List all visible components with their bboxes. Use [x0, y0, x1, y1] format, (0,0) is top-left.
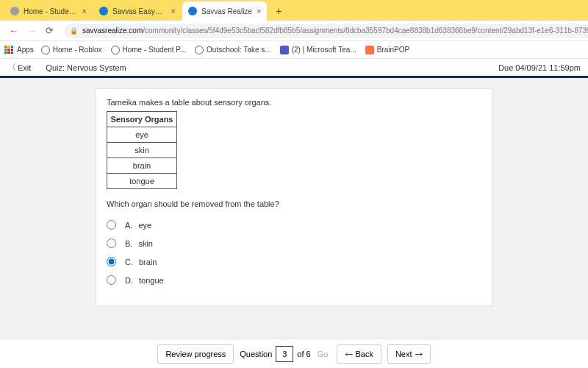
- tab-label: Savvas Realize: [201, 7, 252, 15]
- table-header: Sensory Organs: [107, 112, 177, 127]
- apps-button[interactable]: Apps: [4, 46, 34, 54]
- question-text: Which organ should be removed from the t…: [107, 199, 481, 208]
- browser-tab-strip: Home - Student Portal × Savvas EasyBridg…: [0, 0, 588, 21]
- url-domain: savvasrealize.com: [82, 26, 143, 35]
- tab-favicon: [99, 7, 108, 15]
- option-text: tongue: [139, 276, 164, 285]
- of-label: of 6: [297, 350, 310, 358]
- close-icon[interactable]: ×: [171, 7, 176, 15]
- new-tab-button[interactable]: +: [270, 3, 287, 19]
- option-letter: B.: [125, 239, 132, 248]
- close-icon[interactable]: ×: [257, 7, 261, 15]
- bookmark-label: BrainPOP: [377, 46, 409, 54]
- bookmark-item[interactable]: Home - Roblox: [41, 46, 102, 54]
- teams-icon: [280, 46, 289, 54]
- forward-icon: →: [27, 25, 37, 36]
- question-nav: Question of 6 Go: [240, 346, 331, 362]
- browser-tab-active[interactable]: Savvas Realize ×: [182, 1, 267, 21]
- bookmark-item[interactable]: Home - Student P...: [111, 46, 187, 54]
- bookmark-label: (2) | Microsoft Tea...: [292, 46, 356, 54]
- table-row: brain: [107, 158, 177, 174]
- sensory-organs-table: Sensory Organs eye skin brain tongue: [107, 111, 177, 189]
- table-row: eye: [107, 127, 177, 143]
- arrow-left-icon: 🡐: [345, 350, 355, 358]
- option-text: brain: [139, 258, 157, 266]
- quiz-body: Tameika makes a table about sensory orga…: [0, 78, 588, 339]
- question-card: Tameika makes a table about sensory orga…: [96, 88, 492, 306]
- radio-input[interactable]: [107, 238, 116, 248]
- radio-input[interactable]: [107, 257, 116, 266]
- option-letter: A.: [125, 221, 132, 230]
- chevron-left-icon: 〈: [7, 61, 16, 74]
- tab-favicon: [188, 7, 197, 15]
- option-text: eye: [138, 221, 151, 230]
- option-a[interactable]: A. eye: [107, 216, 481, 234]
- browser-tab[interactable]: Home - Student Portal ×: [4, 1, 93, 21]
- tab-favicon: [10, 7, 19, 15]
- option-text: skin: [138, 239, 153, 248]
- app-area: 〈 Exit Quiz: Nervous System Due 04/09/21…: [0, 59, 588, 368]
- browser-tab[interactable]: Savvas EasyBridge ×: [93, 1, 182, 21]
- bookmark-item[interactable]: (2) | Microsoft Tea...: [280, 46, 356, 54]
- tab-label: Home - Student Portal: [24, 7, 78, 15]
- close-icon[interactable]: ×: [82, 7, 87, 15]
- radio-input[interactable]: [107, 220, 116, 230]
- brainpop-icon: [365, 46, 374, 54]
- option-letter: C.: [125, 258, 133, 266]
- back-button[interactable]: 🡐 Back: [337, 344, 381, 364]
- exit-label: Exit: [18, 63, 31, 72]
- back-icon[interactable]: ←: [9, 25, 18, 36]
- next-button[interactable]: Next 🡒: [387, 344, 431, 364]
- bookmark-label: Home - Roblox: [53, 46, 102, 54]
- exit-button[interactable]: 〈 Exit: [7, 61, 31, 74]
- bookmark-item[interactable]: Outschool: Take s...: [195, 46, 271, 54]
- next-label: Next: [395, 350, 412, 358]
- option-d[interactable]: D. tongue: [107, 271, 481, 289]
- browser-toolbar: ← → ⟳ 🔒 savvasrealize.com /community/cla…: [0, 21, 588, 41]
- table-row: skin: [107, 143, 177, 158]
- bookmark-label: Home - Student P...: [123, 46, 187, 54]
- go-button[interactable]: Go: [315, 350, 331, 358]
- quiz-footer: Review progress Question of 6 Go 🡐 Back …: [0, 339, 588, 368]
- bookmark-item[interactable]: BrainPOP: [365, 46, 409, 54]
- apps-grid-icon: [4, 46, 13, 54]
- url-path: /community/classes/5f4d9e53c5bacf582dfb8…: [143, 26, 588, 35]
- arrow-right-icon: 🡒: [412, 350, 423, 358]
- tab-label: Savvas EasyBridge: [112, 7, 167, 15]
- due-date: Due 04/09/21 11:59pm: [498, 63, 581, 72]
- globe-icon: [41, 46, 50, 54]
- quiz-header: 〈 Exit Quiz: Nervous System Due 04/09/21…: [0, 59, 588, 78]
- apps-label: Apps: [17, 46, 34, 54]
- option-letter: D.: [125, 276, 133, 285]
- options-group: A. eye B. skin C. brain D. tongue: [107, 216, 481, 289]
- url-bar[interactable]: 🔒 savvasrealize.com /community/classes/5…: [64, 24, 588, 38]
- option-c[interactable]: C. brain: [107, 252, 481, 271]
- question-label: Question: [240, 350, 272, 358]
- question-number-input[interactable]: [276, 346, 293, 362]
- lock-icon: 🔒: [70, 27, 78, 35]
- globe-icon: [195, 46, 204, 54]
- back-label: Back: [355, 350, 373, 358]
- bookmarks-bar: Apps Home - Roblox Home - Student P... O…: [0, 41, 588, 59]
- globe-icon: [111, 46, 120, 54]
- bookmark-label: Outschool: Take s...: [207, 46, 271, 54]
- quiz-title: Quiz: Nervous System: [46, 63, 126, 72]
- reload-icon[interactable]: ⟳: [46, 25, 54, 36]
- question-prompt: Tameika makes a table about sensory orga…: [107, 98, 481, 107]
- review-progress-button[interactable]: Review progress: [157, 344, 234, 364]
- table-row: tongue: [107, 174, 177, 189]
- option-b[interactable]: B. skin: [107, 234, 481, 252]
- radio-input[interactable]: [107, 275, 116, 285]
